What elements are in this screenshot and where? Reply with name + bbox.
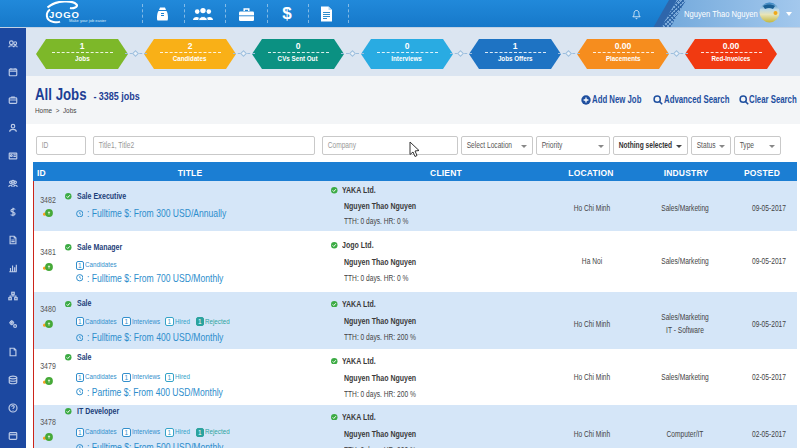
svg-text:Make your job easier: Make your job easier xyxy=(69,18,107,23)
